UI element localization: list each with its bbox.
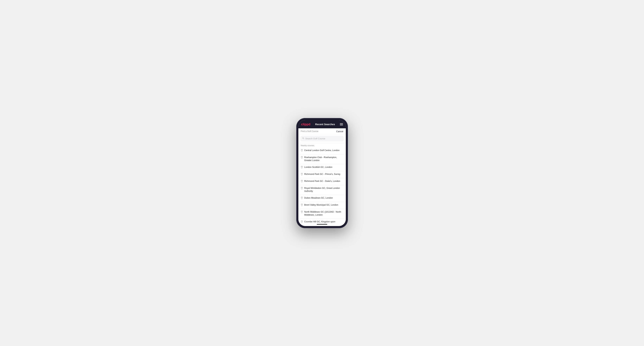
course-list-item[interactable]: Richmond Park GC - Prince's, Surrey bbox=[298, 171, 346, 178]
search-input[interactable] bbox=[305, 137, 342, 140]
location-pin-icon bbox=[301, 197, 303, 200]
course-list-item[interactable]: Roehampton Club - Roehampton, Greater Lo… bbox=[298, 154, 346, 164]
app-header: clippd Recent Searches bbox=[298, 120, 346, 128]
course-name: Dukes Meadows GC, London bbox=[304, 196, 333, 200]
location-pin-icon bbox=[301, 187, 303, 190]
svg-point-10 bbox=[302, 211, 302, 211]
course-list-item[interactable]: Coombe Hill GC, Kingston upon Thames bbox=[298, 218, 346, 223]
location-pin-icon bbox=[301, 166, 303, 169]
svg-point-5 bbox=[302, 173, 302, 174]
course-name: Royal Wimbledon GC, Great London Authori… bbox=[304, 187, 343, 193]
course-list-item[interactable]: Richmond Park GC - Duke's, London bbox=[298, 178, 346, 185]
svg-point-8 bbox=[302, 197, 302, 197]
cancel-button[interactable]: Cancel bbox=[336, 130, 343, 133]
course-name: Coombe Hill GC, Kingston upon Thames bbox=[304, 220, 343, 223]
course-name: Brent Valley Municipal GC, London bbox=[304, 203, 338, 207]
svg-point-6 bbox=[302, 180, 302, 181]
course-list: Central London Golf Centre, London Roeha… bbox=[298, 147, 346, 223]
course-list-item[interactable]: Royal Wimbledon GC, Great London Authori… bbox=[298, 185, 346, 195]
course-list-item[interactable]: London Scottish GC, London bbox=[298, 164, 346, 171]
course-name: Roehampton Club - Roehampton, Greater Lo… bbox=[304, 156, 343, 162]
svg-point-11 bbox=[302, 221, 302, 221]
course-name: London Scottish GC, London bbox=[304, 166, 332, 169]
course-list-item[interactable]: Dukes Meadows GC, London bbox=[298, 195, 346, 202]
course-list-item[interactable]: North Middlesex GC (1011942 - North Midd… bbox=[298, 209, 346, 218]
location-pin-icon bbox=[301, 149, 303, 152]
search-container bbox=[298, 134, 346, 143]
phone-screen: clippd Recent Searches Find a Golf Cours… bbox=[298, 120, 346, 226]
svg-point-7 bbox=[302, 187, 302, 188]
svg-point-2 bbox=[302, 150, 302, 150]
course-name: Richmond Park GC - Duke's, London bbox=[304, 180, 340, 183]
home-indicator bbox=[298, 223, 346, 226]
search-icon bbox=[302, 137, 304, 140]
course-name: North Middlesex GC (1011942 - North Midd… bbox=[304, 210, 343, 217]
location-pin-icon bbox=[301, 220, 303, 223]
location-pin-icon bbox=[301, 211, 303, 214]
menu-icon[interactable] bbox=[340, 123, 343, 125]
page-title: Recent Searches bbox=[315, 123, 335, 126]
location-pin-icon bbox=[301, 173, 303, 176]
nearby-courses-label: Nearby courses bbox=[298, 143, 346, 147]
find-bar: Find a Golf Course Cancel bbox=[298, 128, 346, 134]
search-box bbox=[300, 136, 344, 142]
svg-point-9 bbox=[302, 204, 302, 204]
location-pin-icon bbox=[301, 180, 303, 183]
home-indicator-bar bbox=[317, 224, 327, 225]
location-pin-icon bbox=[301, 156, 303, 159]
svg-line-1 bbox=[304, 139, 304, 139]
course-name: Central London Golf Centre, London bbox=[304, 149, 340, 152]
course-list-item[interactable]: Central London Golf Centre, London bbox=[298, 147, 346, 154]
content-area: Find a Golf Course Cancel Nearby courses bbox=[298, 128, 346, 223]
location-pin-icon bbox=[301, 204, 303, 207]
phone-frame: clippd Recent Searches Find a Golf Cours… bbox=[296, 118, 348, 228]
find-bar-label: Find a Golf Course bbox=[301, 130, 318, 133]
svg-point-4 bbox=[302, 166, 302, 167]
app-logo: clippd bbox=[301, 123, 310, 126]
course-list-item[interactable]: Brent Valley Municipal GC, London bbox=[298, 202, 346, 209]
svg-point-3 bbox=[302, 157, 302, 157]
course-name: Richmond Park GC - Prince's, Surrey bbox=[304, 173, 340, 176]
